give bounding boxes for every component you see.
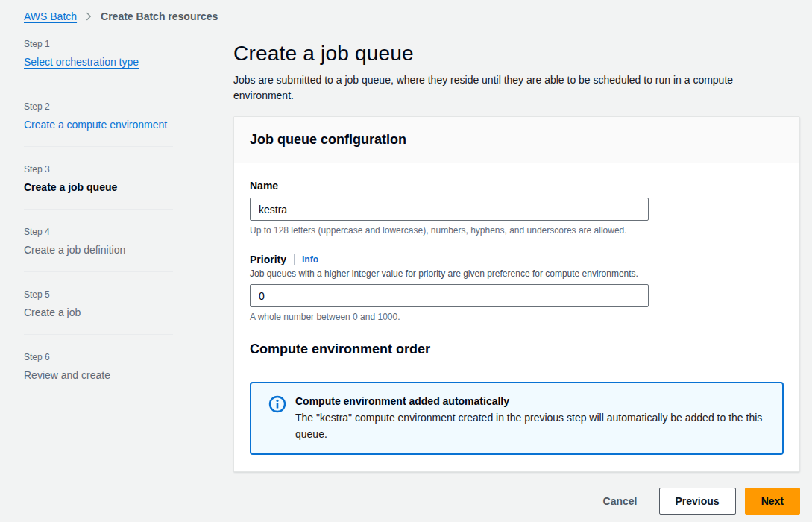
priority-description: Job queues with a higher integer value f… xyxy=(250,268,784,279)
sidebar-step-2-link[interactable]: Create a compute environment xyxy=(24,119,167,130)
sidebar-step-1-link[interactable]: Select orchestration type xyxy=(24,56,139,68)
sidebar-step-5: Step 5 Create a job xyxy=(24,289,173,335)
breadcrumb: AWS Batch Create Batch resources xyxy=(0,0,812,22)
wizard-actions: Cancel Previous Next xyxy=(233,488,800,515)
priority-field-group: Priority Info Job queues with a higher i… xyxy=(250,254,784,322)
name-constraint-text: Up to 128 letters (uppercase and lowerca… xyxy=(250,225,784,236)
step-number: Step 3 xyxy=(24,164,173,174)
page-description: Jobs are submitted to a job queue, where… xyxy=(233,72,770,104)
chevron-right-icon xyxy=(84,12,93,21)
page-title: Create a job queue xyxy=(233,42,800,66)
name-input[interactable] xyxy=(250,198,649,221)
name-field-group: Name Up to 128 letters (uppercase and lo… xyxy=(250,179,784,236)
panel-body: Name Up to 128 letters (uppercase and lo… xyxy=(234,163,799,471)
step-number: Step 4 xyxy=(24,227,173,237)
priority-input[interactable] xyxy=(250,284,649,307)
breadcrumb-link-aws-batch[interactable]: AWS Batch xyxy=(24,10,77,22)
info-alert: Compute environment added automatically … xyxy=(250,382,784,455)
sidebar-step-4-label: Create a job definition xyxy=(24,244,173,256)
next-button[interactable]: Next xyxy=(745,488,800,515)
main-content: Create a job queue Jobs are submitted to… xyxy=(233,22,800,472)
previous-button[interactable]: Previous xyxy=(659,488,736,515)
cancel-button[interactable]: Cancel xyxy=(603,495,638,507)
sidebar-step-6-label: Review and create xyxy=(24,369,173,381)
alert-title: Compute environment added automatically xyxy=(295,393,770,409)
sidebar-step-2: Step 2 Create a compute environment xyxy=(24,101,173,147)
sidebar-step-3-current: Step 3 Create a job queue xyxy=(24,164,173,210)
job-queue-configuration-panel: Job queue configuration Name Up to 128 l… xyxy=(233,116,800,472)
sidebar-step-4: Step 4 Create a job definition xyxy=(24,227,173,272)
sidebar-step-5-label: Create a job xyxy=(24,306,173,318)
alert-body: The "kestra" compute environment created… xyxy=(295,409,770,442)
alert-content: Compute environment added automatically … xyxy=(295,393,770,442)
step-number: Step 5 xyxy=(24,289,173,300)
info-icon xyxy=(268,395,286,413)
sidebar-step-1: Step 1 Select orchestration type xyxy=(24,39,173,84)
step-number: Step 2 xyxy=(24,101,173,112)
priority-label: Priority xyxy=(250,254,286,265)
compute-environment-order-title: Compute environment order xyxy=(250,342,784,357)
name-label: Name xyxy=(250,180,278,192)
label-divider xyxy=(294,254,295,265)
sidebar-step-6: Step 6 Review and create xyxy=(24,352,173,397)
step-number: Step 1 xyxy=(24,39,173,49)
panel-header: Job queue configuration xyxy=(234,117,799,163)
panel-title: Job queue configuration xyxy=(250,132,784,148)
sidebar-step-3-label: Create a job queue xyxy=(24,181,173,193)
priority-constraint-text: A whole number between 0 and 1000. xyxy=(250,312,784,322)
breadcrumb-current: Create Batch resources xyxy=(101,10,218,22)
priority-info-link[interactable]: Info xyxy=(302,254,318,265)
wizard-steps-sidebar: Step 1 Select orchestration type Step 2 … xyxy=(24,22,173,414)
step-number: Step 6 xyxy=(24,352,173,362)
